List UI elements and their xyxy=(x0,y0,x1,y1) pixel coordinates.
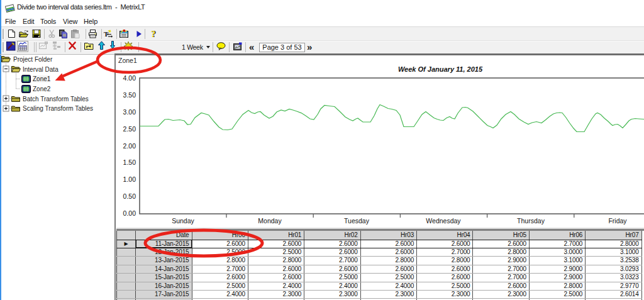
svg-text:?: ? xyxy=(151,30,155,39)
